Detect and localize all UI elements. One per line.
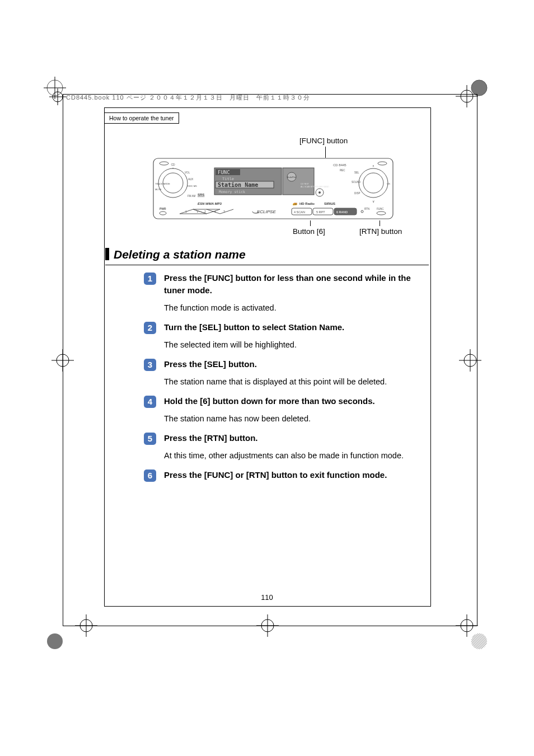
svg-text:Station Name: Station Name bbox=[218, 182, 258, 188]
svg-text:DISC
MS: DISC MS bbox=[188, 185, 197, 187]
svg-text:MUTE: MUTE bbox=[155, 188, 162, 191]
svg-text:SIRIUS: SIRIUS bbox=[324, 202, 335, 205]
svg-text:ESN WMA MP3: ESN WMA MP3 bbox=[198, 202, 222, 205]
svg-text:2: 2 bbox=[204, 210, 206, 213]
step-badge: 1 bbox=[144, 273, 156, 285]
step-badge: 3 bbox=[144, 359, 156, 371]
svg-text:CR: CR bbox=[387, 182, 390, 185]
step-desc: The station name that is displayed at th… bbox=[164, 376, 427, 387]
crop-mark-icon bbox=[49, 88, 66, 105]
section-heading: Deleting a station name bbox=[105, 248, 429, 265]
svg-rect-62 bbox=[283, 168, 314, 195]
svg-text:SOUND: SOUND bbox=[352, 181, 361, 184]
crop-mark-icon bbox=[459, 349, 481, 372]
svg-text:Memory stick: Memory stick bbox=[219, 190, 245, 194]
callout-rtn-label: [RTN] button bbox=[359, 227, 402, 236]
step-badge: 2 bbox=[144, 322, 156, 334]
svg-text:1: 1 bbox=[185, 210, 187, 213]
callout-func-label: [FUNC] button bbox=[299, 137, 348, 145]
step-3: 3 Press the [SEL] button. The station na… bbox=[144, 358, 427, 393]
step-desc: The selected item will be highlighted. bbox=[164, 339, 427, 350]
crop-line bbox=[63, 94, 63, 626]
callout-line bbox=[325, 147, 326, 158]
svg-point-28 bbox=[471, 633, 487, 649]
page-number: 110 bbox=[0, 593, 534, 602]
svg-text:CD 8445: CD 8445 bbox=[333, 163, 346, 167]
crop-line bbox=[63, 626, 477, 626]
svg-text:HD Radio: HD Radio bbox=[299, 202, 315, 205]
svg-text:Title: Title bbox=[222, 177, 234, 181]
step-title: Press the [FUNC] button for less than on… bbox=[164, 272, 427, 297]
step-title: Press the [RTN] button. bbox=[164, 432, 427, 444]
svg-text:∧: ∧ bbox=[372, 164, 374, 167]
step-title: Turn the [SEL] button to select Station … bbox=[164, 321, 427, 334]
step-5: 5 Press the [RTN] button. At this time, … bbox=[144, 432, 427, 467]
step-desc: At this time, other adjustments can also… bbox=[164, 450, 427, 461]
svg-point-70 bbox=[318, 191, 321, 194]
svg-text:SEL: SEL bbox=[354, 171, 359, 174]
callout-btn6-label: Button [6] bbox=[293, 227, 325, 236]
svg-point-18 bbox=[47, 633, 63, 649]
svg-text:VOL: VOL bbox=[185, 171, 190, 174]
svg-text:FM
AM: FM AM bbox=[188, 195, 196, 198]
svg-text:CD: CD bbox=[171, 163, 175, 166]
callout-line bbox=[310, 220, 311, 226]
svg-text:REC: REC bbox=[340, 169, 345, 172]
step-badge: 6 bbox=[144, 469, 156, 482]
svg-text:FUNC: FUNC bbox=[377, 208, 384, 210]
step-2: 2 Turn the [SEL] button to select Statio… bbox=[144, 321, 427, 356]
step-6: 6 Press the [FUNC] or [RTN] button to ex… bbox=[144, 469, 427, 482]
svg-text:∧: ∧ bbox=[214, 210, 217, 213]
step-title: Hold the [6] button down for more than t… bbox=[164, 395, 427, 407]
device-illustration: CD ♦ VOL AUX DISC MS MUTE FM AM TRACK MO… bbox=[153, 158, 394, 219]
step-desc: The function mode is activated. bbox=[164, 302, 427, 313]
svg-text:FUNC: FUNC bbox=[218, 170, 230, 175]
svg-text:♦: ♦ bbox=[172, 167, 174, 170]
step-desc: The station name has now been deleted. bbox=[164, 413, 427, 424]
step-1: 1 Press the [FUNC] button for less than … bbox=[144, 272, 427, 319]
svg-text:ECLIPSE: ECLIPSE bbox=[257, 209, 276, 214]
svg-text:SRS: SRS bbox=[198, 193, 204, 196]
step-4: 4 Hold the [6] button down for more than… bbox=[144, 395, 427, 430]
callout-line bbox=[380, 220, 380, 226]
crop-mark-icon bbox=[468, 630, 490, 652]
svg-text:TRACK MODE: TRACK MODE bbox=[155, 182, 170, 185]
svg-text:CD TEXT: CD TEXT bbox=[301, 183, 310, 185]
steps-list: 1 Press the [FUNC] button for less than … bbox=[144, 270, 427, 483]
svg-text:∨: ∨ bbox=[196, 210, 199, 213]
crop-line bbox=[477, 94, 477, 626]
svg-text:5   RPT: 5 RPT bbox=[316, 210, 325, 214]
svg-text:DISP: DISP bbox=[354, 192, 360, 195]
svg-text:6  RAND: 6 RAND bbox=[336, 210, 348, 214]
step-title: Press the [SEL] button. bbox=[164, 358, 427, 370]
crop-mark-icon bbox=[468, 77, 490, 99]
svg-text:∨: ∨ bbox=[372, 200, 374, 203]
svg-text:3: 3 bbox=[223, 210, 225, 213]
svg-text:AUX: AUX bbox=[188, 178, 193, 181]
print-header: CD8445.book 110 ページ ２００４年１２月１３日 月曜日 午前１１… bbox=[66, 93, 310, 102]
svg-text:AudioPilot: AudioPilot bbox=[287, 176, 296, 179]
svg-text:RTN: RTN bbox=[364, 208, 369, 210]
svg-text:PWR: PWR bbox=[160, 207, 166, 210]
svg-text:ALL SCAN RPT
FOLDER RAND: ALL SCAN RPT FOLDER RAND bbox=[301, 186, 329, 188]
section-title: Deleting a station name bbox=[114, 248, 246, 261]
crop-mark-icon bbox=[44, 630, 66, 652]
breadcrumb: How to operate the tuner bbox=[104, 112, 179, 124]
svg-text:4  SCAN: 4 SCAN bbox=[294, 210, 305, 214]
step-title: Press the [FUNC] or [RTN] button to exit… bbox=[164, 469, 427, 481]
step-badge: 5 bbox=[144, 433, 156, 445]
step-badge: 4 bbox=[144, 396, 156, 408]
